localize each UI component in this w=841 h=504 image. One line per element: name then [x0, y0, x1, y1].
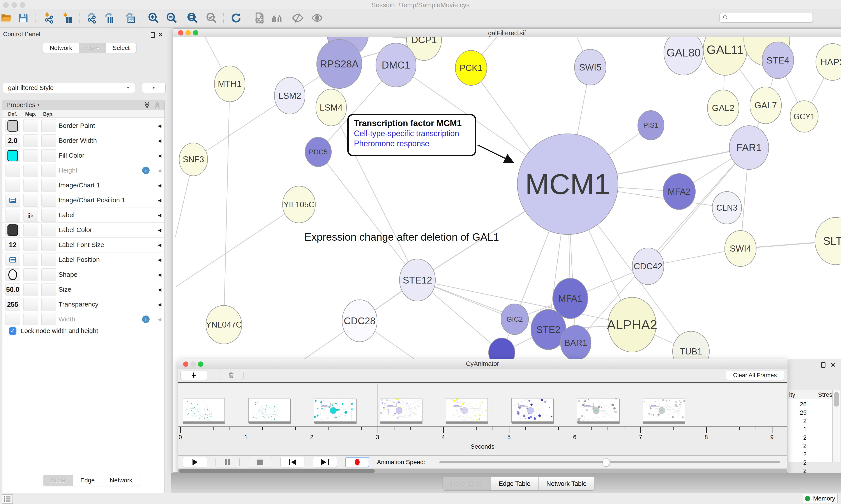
- node-PDC5[interactable]: PDC5: [305, 137, 332, 167]
- def-cell[interactable]: 2.0: [5, 134, 20, 147]
- zoom-selected-button[interactable]: [205, 12, 218, 25]
- skip-start-button[interactable]: [280, 457, 304, 467]
- def-cell[interactable]: 50.0: [5, 283, 20, 296]
- collapse-row-icon[interactable]: ◀: [158, 272, 161, 277]
- float-panel-icon[interactable]: [151, 32, 155, 38]
- def-cell[interactable]: [5, 254, 20, 266]
- byp-cell[interactable]: [41, 224, 56, 236]
- map-cell[interactable]: [23, 164, 38, 177]
- map-cell[interactable]: [23, 179, 38, 192]
- info-icon[interactable]: i: [142, 316, 149, 323]
- collapse-row-icon[interactable]: ◀: [158, 302, 161, 307]
- record-button[interactable]: [345, 457, 369, 467]
- collapse-row-icon[interactable]: ◀: [158, 168, 161, 173]
- tab-network-table[interactable]: Network Table: [539, 477, 595, 490]
- export-network-button[interactable]: [85, 12, 98, 25]
- default-value[interactable]: 12: [9, 241, 16, 249]
- tab-style[interactable]: Style: [79, 43, 106, 53]
- timeline-playhead[interactable]: [378, 383, 378, 427]
- node-PIS1[interactable]: PIS1: [638, 111, 664, 140]
- property-row-label-font-size[interactable]: 12Label Font Size◀: [2, 237, 164, 252]
- collapse-row-icon[interactable]: ◀: [158, 228, 161, 233]
- table-cell-value[interactable]: 2: [788, 459, 807, 466]
- property-row-border-width[interactable]: 2.0Border Width◀: [2, 133, 164, 148]
- search-input[interactable]: [730, 15, 812, 21]
- stop-button[interactable]: [248, 457, 272, 467]
- style-selector[interactable]: galFiltered Style ▼: [3, 83, 135, 93]
- property-row-image-chart-1[interactable]: Image/Chart 1◀: [2, 178, 164, 193]
- byp-cell[interactable]: [41, 239, 56, 251]
- def-cell[interactable]: [5, 224, 20, 236]
- node-RPS28A[interactable]: RPS28A: [317, 39, 362, 88]
- default-swatch[interactable]: [7, 120, 18, 131]
- node-HAP2[interactable]: HAP2: [816, 43, 841, 80]
- node-YNL047C[interactable]: YNL047C: [206, 305, 242, 344]
- node-LSM4[interactable]: LSM4: [316, 89, 346, 126]
- node-GAL7[interactable]: GAL7: [750, 87, 782, 124]
- tab-edge-table[interactable]: Edge Table: [491, 477, 539, 490]
- property-row-image-chart-position-1[interactable]: Image/Chart Position 1◀: [2, 193, 164, 208]
- byp-cell[interactable]: [41, 179, 56, 192]
- table-scrollbar[interactable]: [833, 390, 840, 463]
- byp-cell[interactable]: [41, 134, 56, 147]
- byp-cell[interactable]: [41, 120, 56, 132]
- zoom-fit-button[interactable]: [186, 12, 199, 25]
- tab-network[interactable]: Network: [43, 43, 79, 53]
- pause-button[interactable]: [215, 457, 239, 467]
- map-cell[interactable]: [23, 298, 38, 311]
- node-CDC42[interactable]: CDC42: [632, 248, 664, 285]
- node-GCY1[interactable]: GCY1: [790, 101, 818, 132]
- default-value[interactable]: 50.0: [6, 286, 19, 293]
- byp-cell[interactable]: [41, 254, 56, 266]
- properties-header[interactable]: Properties ▾ ≫≫: [2, 100, 164, 110]
- annotation-link-1[interactable]: Cell-type-specific transcription: [354, 129, 469, 138]
- frame-thumbnail-3[interactable]: [314, 398, 356, 423]
- collapse-row-icon[interactable]: ◀: [158, 242, 161, 248]
- property-row-border-paint[interactable]: Border Paint◀: [2, 119, 164, 133]
- map-cell[interactable]: [23, 313, 38, 326]
- info-icon[interactable]: i: [142, 167, 149, 174]
- lock-size-checkbox[interactable]: ✓: [9, 327, 16, 335]
- position-icon[interactable]: [10, 198, 16, 203]
- map-cell[interactable]: [23, 134, 38, 147]
- property-row-size[interactable]: 50.0Size◀: [2, 282, 164, 297]
- import-table-button[interactable]: [61, 12, 74, 25]
- property-row-height[interactable]: Heighti◀: [2, 163, 164, 178]
- annotation-link-2[interactable]: Pheromone response: [354, 139, 469, 148]
- map-cell[interactable]: [23, 224, 38, 236]
- frame-thumbnail-2[interactable]: [248, 398, 290, 423]
- import-network-button[interactable]: [43, 12, 55, 25]
- table-cell-value[interactable]: 26: [788, 401, 807, 408]
- map-cell[interactable]: [23, 120, 38, 132]
- collapse-row-icon[interactable]: ◀: [158, 153, 161, 158]
- collapse-row-icon[interactable]: ◀: [158, 183, 161, 188]
- def-cell[interactable]: [5, 268, 20, 281]
- refresh-button[interactable]: [230, 12, 243, 25]
- table-cell-value[interactable]: 2: [788, 434, 807, 441]
- def-cell[interactable]: 12: [5, 239, 20, 251]
- skip-end-button[interactable]: [313, 457, 337, 467]
- property-row-fill-color[interactable]: Fill Color◀: [2, 148, 164, 163]
- node-ALPHA2[interactable]: ALPHA2: [607, 297, 657, 352]
- node-MTH1[interactable]: MTH1: [214, 66, 245, 102]
- byp-cell[interactable]: [41, 268, 56, 281]
- byp-cell[interactable]: [41, 194, 56, 207]
- node-SWI5[interactable]: SWI5: [574, 49, 606, 85]
- default-value[interactable]: 2.0: [8, 137, 17, 145]
- collapse-row-icon[interactable]: ◀: [158, 198, 161, 203]
- save-button[interactable]: [17, 12, 30, 25]
- node-SNF3[interactable]: SNF3: [179, 143, 208, 176]
- map-cell[interactable]: [23, 149, 38, 162]
- tab-network[interactable]: Network: [102, 475, 140, 486]
- tab-select[interactable]: Select: [106, 43, 136, 53]
- style-options-button[interactable]: ▼: [142, 83, 165, 93]
- byp-cell[interactable]: [41, 149, 56, 162]
- frame-thumbnail-7[interactable]: [577, 398, 619, 423]
- export-table-button[interactable]: [103, 12, 115, 25]
- frame-thumbnail-8[interactable]: [643, 398, 685, 423]
- collapse-row-icon[interactable]: ◀: [158, 123, 161, 128]
- node-GAL80[interactable]: GAL80: [664, 37, 703, 75]
- def-cell[interactable]: [5, 194, 20, 207]
- node-YIL105C[interactable]: YIL105C: [283, 186, 315, 223]
- frame-thumbnail-1[interactable]: [183, 398, 225, 423]
